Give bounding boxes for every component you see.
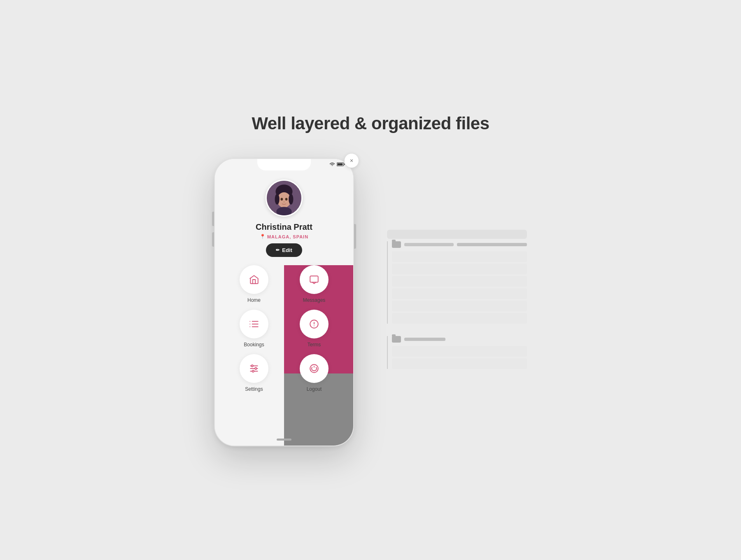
phone-power-button: [354, 224, 356, 249]
svg-rect-2: [338, 163, 343, 166]
home-label: Home: [247, 297, 261, 303]
profile-header: Christina Pratt 📍 MALAGA, SPAIN: [215, 159, 353, 247]
menu-item-settings[interactable]: Settings: [227, 354, 281, 392]
layer-row-1-3: [392, 276, 527, 287]
terms-menu-button[interactable]: [300, 310, 329, 338]
layer-row-1-1: [392, 251, 527, 262]
battery-icon: [337, 162, 345, 166]
layer-row-2-1: [392, 346, 527, 357]
main-content: ×: [214, 158, 527, 446]
layer-row-1-2: [392, 264, 527, 274]
settings-icon: [249, 363, 259, 374]
layer-group-1-label-ext: [457, 243, 527, 246]
avatar-image: [267, 180, 301, 217]
logout-menu-button[interactable]: [300, 354, 329, 383]
status-bar: [215, 162, 353, 166]
edit-button[interactable]: ✏ Edit: [266, 243, 302, 257]
layers-panel: [387, 230, 527, 375]
bookings-menu-button[interactable]: [240, 310, 268, 338]
layer-group-2: [387, 336, 527, 369]
svg-point-26: [255, 368, 256, 369]
home-indicator: [277, 439, 291, 441]
svg-point-9: [276, 207, 291, 216]
menu-item-messages[interactable]: Messages: [287, 265, 341, 303]
menu-item-home[interactable]: Home: [227, 265, 281, 303]
menu-item-bookings[interactable]: Bookings: [227, 310, 281, 348]
svg-rect-13: [310, 276, 318, 282]
bookings-label: Bookings: [244, 342, 264, 348]
close-button[interactable]: ×: [344, 153, 359, 168]
messages-menu-button[interactable]: [300, 265, 329, 294]
svg-point-24: [252, 365, 253, 366]
layer-row-2-2: [392, 358, 527, 369]
bookings-icon: [249, 319, 259, 329]
svg-point-28: [252, 370, 254, 372]
svg-point-10: [281, 198, 283, 201]
logout-icon: [309, 363, 319, 374]
layer-row-1-6: [392, 313, 527, 324]
edit-icon: ✏: [276, 247, 280, 253]
menu-item-terms[interactable]: Terms: [287, 310, 341, 348]
messages-icon: [309, 274, 319, 285]
layer-group-1: [387, 241, 527, 324]
svg-point-12: [283, 201, 285, 203]
menu-grid: Home Messages: [215, 265, 353, 392]
messages-label: Messages: [303, 297, 326, 303]
page-title: Well layered & organized files: [252, 114, 489, 133]
svg-point-6: [275, 194, 280, 205]
location-pin-icon: 📍: [260, 234, 266, 239]
terms-icon: [309, 319, 319, 329]
phone-screen: Christina Pratt 📍 MALAGA, SPAIN ✏ Edit: [215, 159, 353, 446]
layer-top-bar: [387, 230, 527, 239]
folder-icon-2: [392, 336, 401, 343]
svg-point-7: [289, 194, 293, 205]
wifi-icon: [329, 162, 335, 166]
profile-name: Christina Pratt: [256, 222, 312, 232]
terms-label: Terms: [308, 342, 321, 348]
layer-group-1-header: [392, 241, 527, 248]
profile-location: 📍 MALAGA, SPAIN: [260, 234, 308, 239]
edit-button-label: Edit: [282, 247, 292, 253]
phone-frame: Christina Pratt 📍 MALAGA, SPAIN ✏ Edit: [214, 158, 354, 446]
layer-row-1-4: [392, 288, 527, 299]
status-icons: [329, 162, 345, 166]
layer-group-2-header: [392, 336, 527, 343]
edit-button-wrap: ✏ Edit: [215, 243, 353, 257]
logout-label: Logout: [307, 386, 322, 392]
menu-background: Home Messages: [215, 265, 353, 446]
phone-container: ×: [214, 158, 354, 446]
menu-item-logout[interactable]: Logout: [287, 354, 341, 392]
layer-group-2-label: [404, 338, 445, 341]
layer-row-1-5: [392, 301, 527, 311]
home-icon: [249, 274, 259, 285]
layer-group-1-label: [404, 243, 454, 246]
home-menu-button[interactable]: [240, 265, 268, 294]
svg-point-11: [285, 198, 288, 201]
avatar: [266, 180, 303, 217]
spacer-1: [387, 329, 527, 336]
folder-icon-1: [392, 241, 401, 248]
settings-label: Settings: [245, 386, 263, 392]
settings-menu-button[interactable]: [240, 354, 268, 383]
